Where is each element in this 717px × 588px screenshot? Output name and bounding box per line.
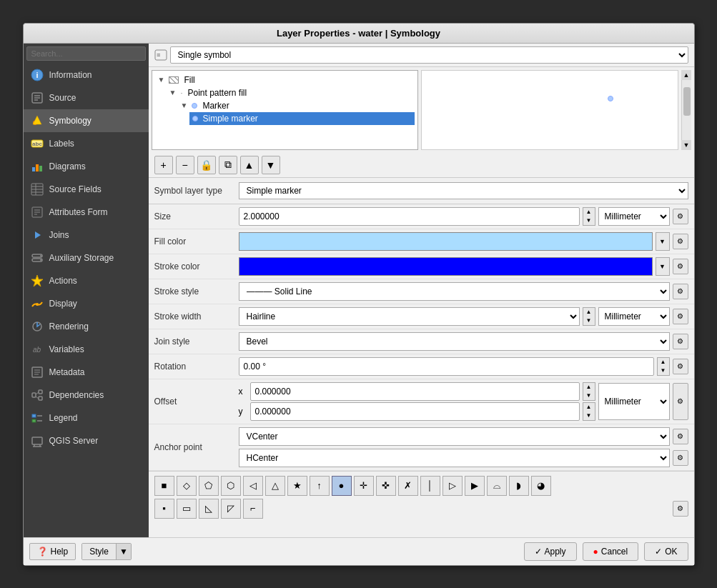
tree-item-point-pattern-fill[interactable]: ▼ · Point pattern fill [167,86,415,99]
shape-triangle-up-button[interactable]: △ [265,476,285,496]
sidebar-item-joins[interactable]: Joins [24,224,149,246]
stroke-width-down-button[interactable]: ▼ [583,317,595,325]
size-unit-select[interactable]: Millimeter Pixel Point Inch [598,207,670,226]
shape-square-button[interactable]: ■ [154,476,174,496]
sidebar-item-dependencies[interactable]: Dependencies [24,384,149,407]
offset-x-up-button[interactable]: ▲ [583,383,595,392]
stroke-width-spinner[interactable]: ▲ ▼ [583,307,595,326]
size-up-button[interactable]: ▲ [583,208,595,216]
shape-cross-button[interactable]: ✛ [354,476,374,496]
sidebar-item-information[interactable]: i Information [24,64,149,86]
tree-item-fill[interactable]: ▼ Fill [155,74,415,86]
tree-item-marker[interactable]: ▼ Marker [178,99,415,112]
stroke-width-data-defined-button[interactable]: ⚙ [673,309,688,324]
sidebar-item-variables[interactable]: ab Variables [24,338,149,361]
offset-y-down-button[interactable]: ▼ [583,412,595,420]
stroke-width-select[interactable]: Hairline 0.1 0.25 0.5 1.0 [239,307,580,326]
symbol-layer-type-select[interactable]: Simple marker SVG marker Font marker Ell… [239,182,688,199]
shape-triangle-left-button[interactable]: ◸ [221,499,241,519]
help-button[interactable]: ❓ Help [29,543,76,560]
anchor-hcenter-select[interactable]: HCenter Left Right [239,449,670,467]
fill-color-data-defined-button[interactable]: ⚙ [673,234,688,249]
shape-quarter-circle-button[interactable]: ◕ [531,476,551,496]
offset-y-input[interactable] [250,402,580,421]
apply-button[interactable]: ✓ Apply [524,542,577,561]
sidebar-item-source[interactable]: Source [24,86,149,109]
rotation-down-button[interactable]: ▼ [658,367,669,375]
scroll-down-arrow[interactable]: ▼ [681,140,691,150]
shape-star-button[interactable]: ★ [287,476,307,496]
shapes-data-defined-button[interactable]: ⚙ [673,501,688,517]
join-style-data-defined-button[interactable]: ⚙ [673,334,688,349]
shape-diamond-button[interactable]: ◇ [177,476,197,496]
add-layer-button[interactable]: + [154,156,173,174]
sidebar-item-symbology[interactable]: Symbology [24,109,149,132]
shape-square-small-button[interactable]: ▪ [154,499,174,519]
sidebar-item-rendering[interactable]: Rendering [24,315,149,338]
sidebar-item-legend[interactable]: Legend [24,407,149,429]
size-input[interactable] [239,207,580,226]
ok-button[interactable]: ✓ OK [644,542,688,561]
offset-y-up-button[interactable]: ▲ [583,403,595,412]
offset-data-defined-button[interactable]: ⚙ [673,383,688,420]
shape-cross-fill-button[interactable]: ✜ [376,476,396,496]
cancel-button[interactable]: ● Cancel [583,542,639,561]
style-button[interactable]: Style ▼ [81,543,132,560]
stroke-color-data-defined-button[interactable]: ⚙ [673,259,688,274]
rotation-input[interactable] [239,357,654,376]
sidebar-item-display[interactable]: Display [24,292,149,315]
move-down-button[interactable]: ▼ [262,156,280,174]
tree-item-simple-marker[interactable]: Simple marker [189,112,415,125]
size-data-defined-button[interactable]: ⚙ [673,209,688,224]
stroke-style-data-defined-button[interactable]: ⚙ [673,284,688,299]
fill-color-dropdown-button[interactable]: ▼ [656,232,670,251]
rotation-spinner[interactable]: ▲ ▼ [657,357,670,376]
offset-x-input[interactable] [250,382,580,401]
offset-unit-select[interactable]: Millimeter Pixel [598,383,670,420]
size-spinner[interactable]: ▲ ▼ [583,207,595,226]
shape-circle-button[interactable]: ● [332,476,352,496]
sidebar-item-attributes-form[interactable]: Attributes Form [24,201,149,224]
anchor-vcenter-select[interactable]: VCenter Top Bottom [239,427,670,446]
shape-x-button[interactable]: ✗ [398,476,418,496]
stroke-width-up-button[interactable]: ▲ [583,308,595,317]
join-style-select[interactable]: Bevel Miter Round [239,332,670,351]
rotation-data-defined-button[interactable]: ⚙ [673,359,688,374]
stroke-color-button[interactable] [239,257,653,276]
shape-pentagon-button[interactable]: ⬠ [199,476,219,496]
sidebar-item-actions[interactable]: Actions [24,269,149,292]
stroke-width-unit-select[interactable]: Millimeter Pixel [598,307,670,326]
anchor-vcenter-data-defined-button[interactable]: ⚙ [673,429,688,444]
sidebar-search-input[interactable] [26,46,146,61]
shape-triangle-right-button[interactable]: ◺ [199,499,219,519]
duplicate-layer-button[interactable]: ⧉ [219,156,237,174]
remove-layer-button[interactable]: − [176,156,194,174]
fill-color-button[interactable] [239,232,653,251]
size-down-button[interactable]: ▼ [583,216,595,225]
style-dropdown-arrow[interactable]: ▼ [116,544,131,559]
shape-rectangle-button[interactable]: ▭ [177,499,197,519]
offset-x-spinner[interactable]: ▲ ▼ [583,382,595,401]
shape-diagonal-button[interactable]: ⌐ [243,499,263,519]
shape-triangle-button[interactable]: ◁ [243,476,263,496]
sidebar-item-metadata[interactable]: Metadata [24,361,149,384]
lock-layer-button[interactable]: 🔒 [197,156,216,174]
shape-arrow-right-button[interactable]: ▷ [442,476,463,496]
stroke-color-dropdown-button[interactable]: ▼ [656,257,670,276]
sidebar-item-diagrams[interactable]: Diagrams [24,155,149,178]
shape-third-circle-button[interactable]: ◗ [509,476,529,496]
move-up-button[interactable]: ▲ [240,156,259,174]
sidebar-item-qgis-server[interactable]: QGIS Server [24,429,149,452]
shape-vline-button[interactable]: │ [420,476,440,496]
main-scrollbar[interactable]: ▲ ▼ [681,70,691,150]
shape-semicircle-button[interactable]: ⌓ [487,476,507,496]
offset-x-down-button[interactable]: ▼ [583,392,595,400]
rotation-up-button[interactable]: ▲ [658,358,669,367]
shape-hexagon-button[interactable]: ⬡ [221,476,241,496]
scroll-thumb[interactable] [683,87,691,116]
sidebar-item-labels[interactable]: abc Labels [24,132,149,155]
shape-arrow-up-button[interactable]: ↑ [310,476,330,496]
symbol-type-select[interactable]: Single symbol Categorized Graduated Rule… [170,46,688,64]
anchor-hcenter-data-defined-button[interactable]: ⚙ [673,450,688,466]
sidebar-item-source-fields[interactable]: Source Fields [24,178,149,201]
